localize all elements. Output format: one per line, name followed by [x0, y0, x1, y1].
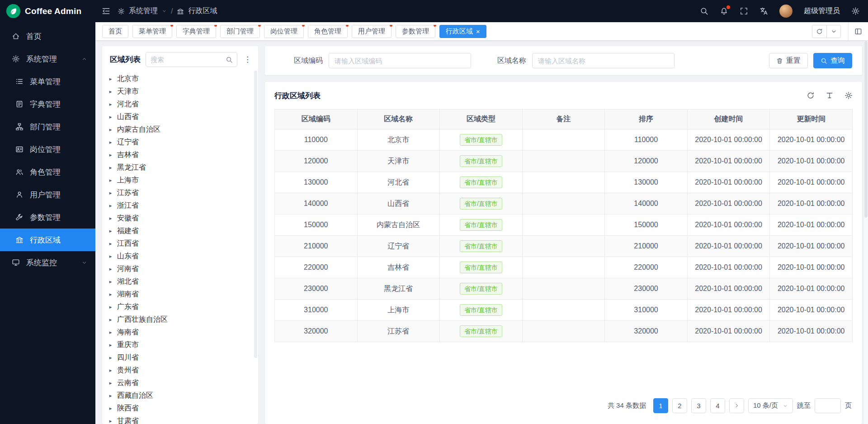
tree-node[interactable]: ▸辽宁省	[108, 136, 254, 148]
caret-right-icon[interactable]: ▸	[108, 291, 113, 297]
tabs-menu-chevron-icon[interactable]	[826, 25, 840, 38]
tree-node[interactable]: ▸安徽省	[108, 212, 254, 224]
caret-right-icon[interactable]: ▸	[108, 304, 113, 310]
tree-node[interactable]: ▸四川省	[108, 351, 254, 364]
sidebar-item-home[interactable]: 首页	[0, 25, 95, 48]
caret-right-icon[interactable]: ▸	[108, 393, 113, 399]
caret-right-icon[interactable]: ▸	[108, 76, 113, 82]
tree-node[interactable]: ▸云南省	[108, 376, 254, 389]
caret-right-icon[interactable]: ▸	[108, 342, 113, 348]
caret-right-icon[interactable]: ▸	[108, 152, 113, 158]
tree-scrollbar[interactable]	[254, 71, 257, 358]
tab-4[interactable]: 岗位管理	[264, 25, 304, 38]
caret-right-icon[interactable]: ▸	[108, 418, 113, 424]
search-icon[interactable]	[700, 7, 708, 15]
sidebar-item-role-mgmt[interactable]: 角色管理	[0, 161, 95, 183]
caret-right-icon[interactable]: ▸	[108, 127, 113, 133]
tree-node[interactable]: ▸湖南省	[108, 288, 254, 300]
caret-right-icon[interactable]: ▸	[108, 139, 113, 145]
table-row[interactable]: 130000河北省省市/直辖市1300002020-10-01 00:00:00…	[275, 172, 853, 193]
username[interactable]: 超级管理员	[804, 6, 840, 16]
table-row[interactable]: 120000天津市省市/直辖市1200002020-10-01 00:00:00…	[275, 151, 853, 172]
settings-gear-icon[interactable]	[851, 7, 860, 15]
tree-node[interactable]: ▸上海市	[108, 174, 254, 186]
table-row[interactable]: 210000辽宁省省市/直辖市2100002020-10-01 00:00:00…	[275, 236, 853, 257]
sidebar-collapse-icon[interactable]	[102, 7, 110, 15]
page-scrollbar[interactable]	[864, 41, 868, 424]
layout-toggle-icon[interactable]	[848, 22, 868, 40]
caret-right-icon[interactable]: ▸	[108, 317, 113, 323]
tree-node[interactable]: ▸浙江省	[108, 199, 254, 212]
caret-right-icon[interactable]: ▸	[108, 89, 113, 95]
tree-node[interactable]: ▸吉林省	[108, 148, 254, 161]
tree-node[interactable]: ▸甘肃省	[108, 414, 254, 424]
caret-right-icon[interactable]: ▸	[108, 203, 113, 209]
tree-node[interactable]: ▸山西省	[108, 110, 254, 123]
next-page-button[interactable]	[729, 398, 744, 413]
tree-node[interactable]: ▸江西省	[108, 237, 254, 250]
tree-node[interactable]: ▸天津市	[108, 85, 254, 98]
tab-5[interactable]: 角色管理	[308, 25, 348, 38]
tab-3[interactable]: 部门管理	[220, 25, 260, 38]
sidebar-item-admin-region[interactable]: 行政区域	[0, 229, 95, 251]
tab-0[interactable]: 首页	[102, 25, 128, 38]
caret-right-icon[interactable]: ▸	[108, 215, 113, 221]
caret-right-icon[interactable]: ▸	[108, 228, 113, 234]
caret-right-icon[interactable]: ▸	[108, 177, 113, 183]
tab-7[interactable]: 参数管理	[396, 25, 435, 38]
region-code-input[interactable]	[329, 53, 471, 68]
caret-right-icon[interactable]: ▸	[108, 165, 113, 171]
fullscreen-icon[interactable]	[740, 7, 748, 15]
caret-right-icon[interactable]: ▸	[108, 329, 113, 335]
caret-right-icon[interactable]: ▸	[108, 190, 113, 196]
table-row[interactable]: 140000山西省省市/直辖市1400002020-10-01 00:00:00…	[275, 193, 853, 214]
refresh-icon[interactable]	[807, 91, 815, 100]
sidebar-item-menu-mgmt[interactable]: 菜单管理	[0, 70, 95, 93]
page-button-2[interactable]: 2	[672, 398, 687, 413]
tree-node[interactable]: ▸河南省	[108, 262, 254, 275]
caret-right-icon[interactable]: ▸	[108, 241, 113, 247]
tree-node[interactable]: ▸陕西省	[108, 402, 254, 414]
avatar[interactable]	[779, 5, 793, 18]
tree-node[interactable]: ▸黑龙江省	[108, 161, 254, 174]
tree-node[interactable]: ▸北京市	[108, 72, 254, 85]
page-size-select[interactable]: 10 条/页	[748, 398, 793, 413]
tree-node[interactable]: ▸湖北省	[108, 275, 254, 288]
tabs-refresh-icon[interactable]	[812, 25, 826, 38]
caret-right-icon[interactable]: ▸	[108, 279, 113, 285]
page-button-4[interactable]: 4	[710, 398, 725, 413]
breadcrumb-level1[interactable]: 系统管理	[129, 6, 158, 16]
caret-right-icon[interactable]: ▸	[108, 355, 113, 361]
table-row[interactable]: 310000上海市省市/直辖市3100002020-10-01 00:00:00…	[275, 300, 853, 321]
tree-node[interactable]: ▸西藏自治区	[108, 389, 254, 402]
tree-node[interactable]: ▸江苏省	[108, 186, 254, 199]
density-icon[interactable]	[826, 91, 834, 100]
column-settings-gear-icon[interactable]	[844, 91, 853, 100]
jump-page-input[interactable]	[815, 398, 841, 413]
sidebar-item-param-mgmt[interactable]: 参数管理	[0, 206, 95, 229]
table-row[interactable]: 150000内蒙古自治区省市/直辖市1500002020-10-01 00:00…	[275, 214, 853, 236]
caret-right-icon[interactable]: ▸	[108, 367, 113, 373]
tree-node[interactable]: ▸山东省	[108, 250, 254, 262]
tree-search-input[interactable]	[151, 56, 223, 63]
sidebar-item-system-mgmt[interactable]: 系统管理	[0, 48, 95, 70]
tab-8[interactable]: 行政区域×	[439, 25, 486, 38]
caret-right-icon[interactable]: ▸	[108, 266, 113, 272]
sidebar-item-dict-mgmt[interactable]: 字典管理	[0, 93, 95, 115]
tab-1[interactable]: 菜单管理	[132, 25, 172, 38]
tree-node[interactable]: ▸河北省	[108, 98, 254, 110]
tab-2[interactable]: 字典管理	[176, 25, 216, 38]
app-logo[interactable]: Coffee Admin	[0, 0, 95, 22]
page-scrollbar-thumb[interactable]	[864, 41, 868, 218]
tree-node[interactable]: ▸内蒙古自治区	[108, 123, 254, 136]
bell-icon[interactable]	[720, 7, 728, 15]
caret-right-icon[interactable]: ▸	[108, 405, 113, 411]
caret-right-icon[interactable]: ▸	[108, 114, 113, 120]
table-row[interactable]: 110000北京市省市/直辖市1100002020-10-01 00:00:00…	[275, 129, 853, 151]
search-icon[interactable]	[226, 56, 233, 63]
table-row[interactable]: 320000江苏省省市/直辖市3200002020-10-01 00:00:00…	[275, 321, 853, 342]
tree-node[interactable]: ▸广西壮族自治区	[108, 313, 254, 326]
tree-node[interactable]: ▸海南省	[108, 326, 254, 338]
tree-node[interactable]: ▸重庆市	[108, 338, 254, 351]
region-name-input[interactable]	[532, 53, 675, 68]
